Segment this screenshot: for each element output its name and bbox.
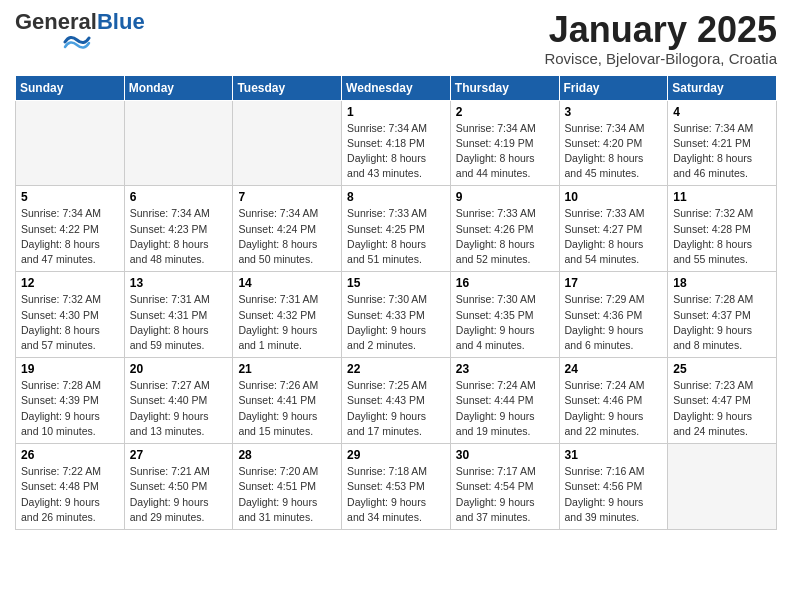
day-number: 27 [130,448,228,462]
weekday-header-saturday: Saturday [668,75,777,100]
calendar-cell: 28Sunrise: 7:20 AMSunset: 4:51 PMDayligh… [233,444,342,530]
logo-general: General [15,9,97,34]
day-info: Sunrise: 7:32 AMSunset: 4:30 PMDaylight:… [21,292,119,353]
day-number: 24 [565,362,663,376]
day-number: 23 [456,362,554,376]
weekday-header-sunday: Sunday [16,75,125,100]
calendar-cell: 5Sunrise: 7:34 AMSunset: 4:22 PMDaylight… [16,186,125,272]
calendar-week-1: 5Sunrise: 7:34 AMSunset: 4:22 PMDaylight… [16,186,777,272]
logo-text: GeneralBlue [15,10,145,34]
day-number: 31 [565,448,663,462]
day-info: Sunrise: 7:28 AMSunset: 4:39 PMDaylight:… [21,378,119,439]
location: Rovisce, Bjelovar-Bilogora, Croatia [544,50,777,67]
calendar-cell: 13Sunrise: 7:31 AMSunset: 4:31 PMDayligh… [124,272,233,358]
weekday-header-tuesday: Tuesday [233,75,342,100]
calendar-cell: 17Sunrise: 7:29 AMSunset: 4:36 PMDayligh… [559,272,668,358]
day-number: 4 [673,105,771,119]
calendar-cell: 24Sunrise: 7:24 AMSunset: 4:46 PMDayligh… [559,358,668,444]
day-info: Sunrise: 7:24 AMSunset: 4:44 PMDaylight:… [456,378,554,439]
calendar-cell: 15Sunrise: 7:30 AMSunset: 4:33 PMDayligh… [342,272,451,358]
day-info: Sunrise: 7:33 AMSunset: 4:25 PMDaylight:… [347,206,445,267]
logo-blue: Blue [97,9,145,34]
day-info: Sunrise: 7:18 AMSunset: 4:53 PMDaylight:… [347,464,445,525]
day-number: 30 [456,448,554,462]
day-number: 11 [673,190,771,204]
weekday-header-friday: Friday [559,75,668,100]
day-number: 15 [347,276,445,290]
calendar-cell: 31Sunrise: 7:16 AMSunset: 4:56 PMDayligh… [559,444,668,530]
calendar-week-4: 26Sunrise: 7:22 AMSunset: 4:48 PMDayligh… [16,444,777,530]
day-info: Sunrise: 7:30 AMSunset: 4:33 PMDaylight:… [347,292,445,353]
day-number: 16 [456,276,554,290]
calendar-cell [233,100,342,186]
calendar-week-2: 12Sunrise: 7:32 AMSunset: 4:30 PMDayligh… [16,272,777,358]
calendar-cell: 20Sunrise: 7:27 AMSunset: 4:40 PMDayligh… [124,358,233,444]
day-info: Sunrise: 7:25 AMSunset: 4:43 PMDaylight:… [347,378,445,439]
weekday-header-thursday: Thursday [450,75,559,100]
day-info: Sunrise: 7:34 AMSunset: 4:18 PMDaylight:… [347,121,445,182]
calendar-cell: 22Sunrise: 7:25 AMSunset: 4:43 PMDayligh… [342,358,451,444]
calendar-cell: 4Sunrise: 7:34 AMSunset: 4:21 PMDaylight… [668,100,777,186]
day-info: Sunrise: 7:34 AMSunset: 4:24 PMDaylight:… [238,206,336,267]
day-number: 19 [21,362,119,376]
day-info: Sunrise: 7:34 AMSunset: 4:23 PMDaylight:… [130,206,228,267]
calendar-cell: 25Sunrise: 7:23 AMSunset: 4:47 PMDayligh… [668,358,777,444]
day-info: Sunrise: 7:22 AMSunset: 4:48 PMDaylight:… [21,464,119,525]
day-info: Sunrise: 7:32 AMSunset: 4:28 PMDaylight:… [673,206,771,267]
day-info: Sunrise: 7:33 AMSunset: 4:27 PMDaylight:… [565,206,663,267]
title-block: January 2025 Rovisce, Bjelovar-Bilogora,… [544,10,777,67]
day-number: 9 [456,190,554,204]
calendar-cell [16,100,125,186]
day-info: Sunrise: 7:30 AMSunset: 4:35 PMDaylight:… [456,292,554,353]
calendar-cell [668,444,777,530]
calendar-cell: 27Sunrise: 7:21 AMSunset: 4:50 PMDayligh… [124,444,233,530]
calendar-cell: 14Sunrise: 7:31 AMSunset: 4:32 PMDayligh… [233,272,342,358]
calendar-cell: 9Sunrise: 7:33 AMSunset: 4:26 PMDaylight… [450,186,559,272]
day-number: 25 [673,362,771,376]
day-info: Sunrise: 7:23 AMSunset: 4:47 PMDaylight:… [673,378,771,439]
day-number: 13 [130,276,228,290]
logo: GeneralBlue [15,10,145,56]
calendar-cell: 11Sunrise: 7:32 AMSunset: 4:28 PMDayligh… [668,186,777,272]
day-info: Sunrise: 7:31 AMSunset: 4:31 PMDaylight:… [130,292,228,353]
calendar-cell: 2Sunrise: 7:34 AMSunset: 4:19 PMDaylight… [450,100,559,186]
day-info: Sunrise: 7:31 AMSunset: 4:32 PMDaylight:… [238,292,336,353]
calendar-cell: 19Sunrise: 7:28 AMSunset: 4:39 PMDayligh… [16,358,125,444]
day-number: 6 [130,190,228,204]
day-number: 10 [565,190,663,204]
day-number: 21 [238,362,336,376]
calendar-cell: 6Sunrise: 7:34 AMSunset: 4:23 PMDaylight… [124,186,233,272]
calendar-cell: 30Sunrise: 7:17 AMSunset: 4:54 PMDayligh… [450,444,559,530]
calendar-week-0: 1Sunrise: 7:34 AMSunset: 4:18 PMDaylight… [16,100,777,186]
day-number: 29 [347,448,445,462]
calendar-cell: 12Sunrise: 7:32 AMSunset: 4:30 PMDayligh… [16,272,125,358]
day-info: Sunrise: 7:34 AMSunset: 4:19 PMDaylight:… [456,121,554,182]
page-container: GeneralBlue January 2025 Rovisce, Bjelov… [0,0,792,540]
day-info: Sunrise: 7:20 AMSunset: 4:51 PMDaylight:… [238,464,336,525]
day-number: 5 [21,190,119,204]
day-number: 22 [347,362,445,376]
day-number: 8 [347,190,445,204]
day-number: 12 [21,276,119,290]
day-number: 2 [456,105,554,119]
calendar-cell: 23Sunrise: 7:24 AMSunset: 4:44 PMDayligh… [450,358,559,444]
calendar-cell: 3Sunrise: 7:34 AMSunset: 4:20 PMDaylight… [559,100,668,186]
calendar-cell: 1Sunrise: 7:34 AMSunset: 4:18 PMDaylight… [342,100,451,186]
day-info: Sunrise: 7:34 AMSunset: 4:22 PMDaylight:… [21,206,119,267]
day-info: Sunrise: 7:24 AMSunset: 4:46 PMDaylight:… [565,378,663,439]
day-number: 7 [238,190,336,204]
day-number: 3 [565,105,663,119]
day-info: Sunrise: 7:33 AMSunset: 4:26 PMDaylight:… [456,206,554,267]
weekday-header-wednesday: Wednesday [342,75,451,100]
calendar-cell: 7Sunrise: 7:34 AMSunset: 4:24 PMDaylight… [233,186,342,272]
day-info: Sunrise: 7:27 AMSunset: 4:40 PMDaylight:… [130,378,228,439]
calendar-cell: 29Sunrise: 7:18 AMSunset: 4:53 PMDayligh… [342,444,451,530]
calendar-cell: 26Sunrise: 7:22 AMSunset: 4:48 PMDayligh… [16,444,125,530]
weekday-header-monday: Monday [124,75,233,100]
calendar-cell: 10Sunrise: 7:33 AMSunset: 4:27 PMDayligh… [559,186,668,272]
calendar-cell: 16Sunrise: 7:30 AMSunset: 4:35 PMDayligh… [450,272,559,358]
calendar-cell: 18Sunrise: 7:28 AMSunset: 4:37 PMDayligh… [668,272,777,358]
day-number: 14 [238,276,336,290]
calendar-week-3: 19Sunrise: 7:28 AMSunset: 4:39 PMDayligh… [16,358,777,444]
day-info: Sunrise: 7:17 AMSunset: 4:54 PMDaylight:… [456,464,554,525]
